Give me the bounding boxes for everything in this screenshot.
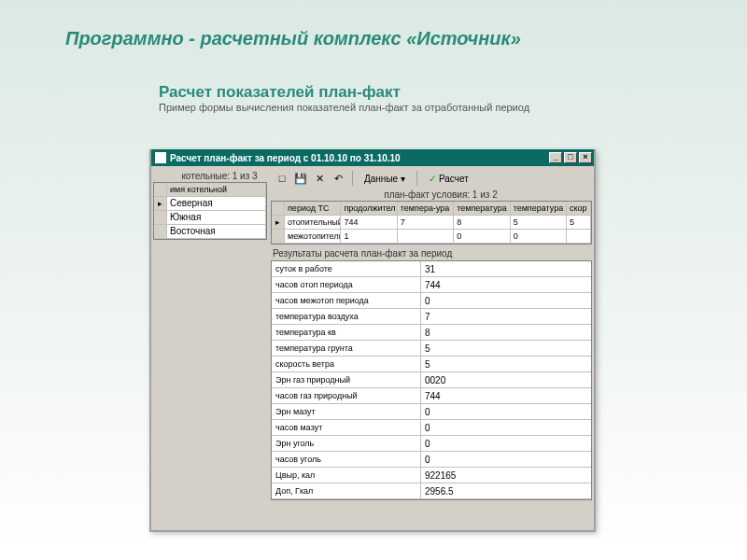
result-field-name: часов газ природный — [272, 388, 421, 403]
delete-icon[interactable]: ✕ — [312, 171, 327, 186]
tc-cell[interactable]: 7 — [398, 216, 454, 230]
result-row: Эрн газ природный — [272, 372, 591, 388]
tc-cell[interactable] — [398, 230, 454, 244]
titlebar[interactable]: Расчет план-факт за период с 01.10.10 по… — [151, 149, 594, 166]
row-marker — [154, 225, 167, 239]
result-field-value[interactable] — [421, 372, 591, 387]
result-field-value[interactable] — [421, 293, 591, 308]
boiler-grid[interactable]: имя котельной ▸ Северная Южная Восточная — [153, 182, 267, 240]
result-row: часов отоп периода — [272, 277, 591, 293]
tc-cell[interactable]: отопительный — [285, 216, 341, 230]
result-row: температура кв — [272, 325, 591, 341]
undo-icon[interactable]: ↶ — [331, 171, 345, 186]
page-title: Программно - расчетный комплекс «Источни… — [0, 0, 747, 49]
result-row: скорость ветра — [272, 357, 591, 372]
result-input[interactable] — [421, 293, 591, 308]
check-icon: ✓ — [429, 174, 436, 184]
result-input[interactable] — [421, 309, 591, 324]
result-input[interactable] — [421, 404, 591, 419]
result-row: часов мазут — [272, 420, 591, 436]
result-input[interactable] — [421, 388, 591, 403]
result-field-name: часов мазут — [272, 420, 421, 435]
row-marker: ▸ — [272, 216, 285, 230]
table-row[interactable]: ▸ Северная — [154, 197, 266, 211]
result-input[interactable] — [421, 357, 591, 371]
result-input[interactable] — [421, 277, 591, 292]
result-field-value[interactable] — [421, 436, 591, 451]
tc-cell[interactable]: 1 — [341, 230, 397, 244]
result-row: часов газ природный — [272, 388, 591, 404]
result-input[interactable] — [421, 261, 591, 276]
toolbar-separator — [352, 171, 353, 186]
save-icon[interactable]: 💾 — [293, 171, 308, 186]
result-field-value[interactable] — [421, 388, 591, 403]
app-window: Расчет план-факт за период с 01.10.10 по… — [149, 149, 596, 532]
table-row[interactable]: межотопительный 1 0 0 — [272, 230, 591, 244]
result-input[interactable] — [421, 452, 591, 467]
result-field-name: Цвыр, кал — [272, 468, 421, 483]
calc-button[interactable]: ✓ Расчет — [424, 170, 473, 187]
result-row: температура грунта — [272, 341, 591, 357]
tc-cell[interactable]: межотопительный — [285, 230, 341, 244]
tc-header: скор — [567, 202, 591, 216]
result-field-value[interactable] — [421, 468, 591, 483]
result-field-value[interactable] — [421, 483, 591, 498]
tc-header: температура — [454, 202, 510, 216]
result-field-value[interactable] — [421, 452, 591, 467]
table-row[interactable]: Восточная — [154, 225, 266, 239]
maximize-button[interactable]: □ — [564, 152, 577, 163]
result-input[interactable] — [421, 325, 591, 340]
result-input[interactable] — [421, 483, 591, 498]
table-row[interactable]: ▸ отопительный 744 7 8 5 5 — [272, 216, 591, 230]
tc-grid[interactable]: период ТС продолжител темпера-ура темпер… — [271, 201, 592, 245]
result-input[interactable] — [421, 436, 591, 451]
result-field-value[interactable] — [421, 357, 591, 371]
result-field-name: Доп, Гкал — [272, 483, 421, 498]
result-input[interactable] — [421, 420, 591, 435]
result-field-value[interactable] — [421, 277, 591, 292]
grid-corner — [272, 202, 285, 216]
result-field-name: суток в работе — [272, 261, 421, 276]
data-dropdown[interactable]: Данные ▾ — [359, 170, 410, 187]
result-row: Эрн уголь — [272, 436, 591, 452]
tc-header: продолжител — [341, 202, 397, 216]
calc-label: Расчет — [439, 174, 469, 184]
result-row: Эрн мазут — [272, 404, 591, 420]
tc-cell[interactable]: 5 — [511, 216, 567, 230]
result-field-value[interactable] — [421, 404, 591, 419]
tc-cell[interactable]: 0 — [454, 230, 510, 244]
app-icon — [155, 152, 166, 163]
close-button[interactable]: × — [579, 152, 592, 163]
section-subtitle: Пример формы вычисления показателей план… — [0, 102, 747, 119]
result-field-value[interactable] — [421, 325, 591, 340]
result-field-value[interactable] — [421, 261, 591, 276]
result-field-value[interactable] — [421, 309, 591, 324]
result-input[interactable] — [421, 372, 591, 387]
new-icon[interactable]: □ — [275, 171, 289, 186]
result-field-name: температура кв — [272, 325, 421, 340]
result-field-name: Эрн уголь — [272, 436, 421, 451]
tc-cell[interactable]: 5 — [567, 216, 591, 230]
boiler-name[interactable]: Южная — [167, 211, 266, 225]
result-input[interactable] — [421, 341, 591, 356]
result-row: суток в работе — [272, 261, 591, 277]
right-pane: □ 💾 ✕ ↶ Данные ▾ ✓ Расчет план-факт усло… — [269, 166, 594, 530]
result-field-name: температура грунта — [272, 341, 421, 356]
result-row: температура воздуха — [272, 309, 591, 325]
toolbar-separator — [416, 171, 417, 186]
result-field-value[interactable] — [421, 420, 591, 435]
tc-cell[interactable] — [567, 230, 591, 244]
result-field-value[interactable] — [421, 341, 591, 356]
result-field-name: часов межотоп периода — [272, 293, 421, 308]
boiler-name[interactable]: Восточная — [167, 225, 266, 239]
tc-cell[interactable]: 0 — [511, 230, 567, 244]
tc-cell[interactable]: 8 — [454, 216, 510, 230]
minimize-button[interactable]: _ — [549, 152, 562, 163]
tc-cell[interactable]: 744 — [341, 216, 397, 230]
boiler-name[interactable]: Северная — [167, 197, 266, 211]
boiler-counter: котельные: 1 из 3 — [153, 170, 267, 182]
row-marker — [272, 230, 285, 244]
result-input[interactable] — [421, 468, 591, 483]
tc-header: период ТС — [285, 202, 341, 216]
table-row[interactable]: Южная — [154, 211, 266, 225]
